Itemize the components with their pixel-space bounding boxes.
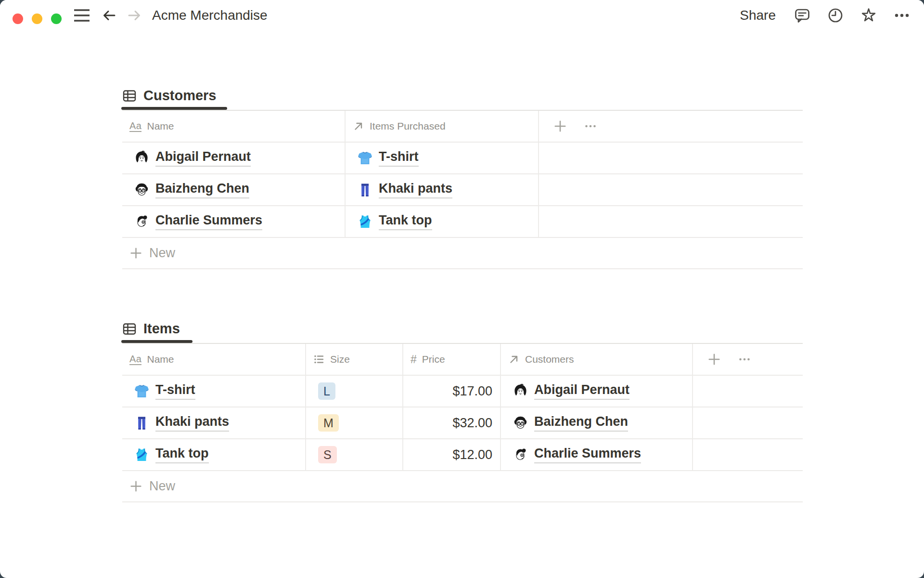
column-header-label: Price (422, 354, 445, 365)
empty-cell[interactable] (693, 376, 803, 407)
page-link[interactable]: Baizheng Chen (155, 181, 249, 198)
table-row: T-shirt L $17.00 Abigail Pernaut (122, 376, 803, 407)
relation-link[interactable]: Charlie Summers (534, 446, 641, 463)
favorite-star-icon[interactable] (860, 7, 877, 24)
relation-link[interactable]: T-shirt (379, 149, 419, 167)
empty-cell[interactable] (539, 174, 803, 205)
zoom-button[interactable] (51, 13, 62, 24)
size-cell[interactable]: L (306, 376, 403, 407)
add-column-plus-icon[interactable] (553, 119, 567, 133)
price-cell[interactable]: $32.00 (403, 407, 501, 438)
table-options-dots-icon[interactable] (738, 353, 751, 366)
items-view-tabs: Items (122, 312, 803, 343)
table-options-dots-icon[interactable] (584, 120, 597, 132)
tshirt-icon (358, 151, 372, 166)
customer-name-cell[interactable]: Charlie Summers (122, 206, 346, 237)
tab-customers-table-view[interactable]: Customers (122, 88, 217, 104)
window-controls (13, 13, 62, 24)
size-select-chip[interactable]: L (318, 382, 335, 400)
table-view-icon (122, 89, 137, 103)
column-header-name[interactable]: Aa Name (122, 344, 306, 375)
text-property-icon: Aa (129, 121, 141, 132)
customer-name-cell[interactable]: Baizheng Chen (122, 174, 346, 205)
column-header-size[interactable]: Size (306, 344, 403, 375)
empty-cell[interactable] (693, 439, 803, 470)
share-button[interactable]: Share (740, 8, 778, 23)
tab-items-table-view[interactable]: Items (122, 321, 180, 337)
view-tab-label: Customers (143, 88, 217, 104)
price-cell[interactable]: $17.00 (403, 376, 501, 407)
new-row-button[interactable]: New (122, 471, 803, 502)
charlie-avatar-icon (513, 447, 528, 462)
customer-relation-cell[interactable]: Baizheng Chen (501, 407, 693, 438)
customers-table: Aa Name Items Purchased Abigail Pernaut (122, 110, 803, 269)
size-select-chip[interactable]: S (318, 446, 337, 463)
empty-cell[interactable] (539, 206, 803, 237)
items-database: Items Aa Name Size # Price (122, 312, 803, 502)
updates-clock-icon[interactable] (827, 7, 844, 24)
tshirt-icon (134, 384, 149, 399)
item-name-cell[interactable]: T-shirt (122, 376, 306, 407)
plus-icon (129, 247, 142, 260)
title-bar: Acme Merchandise Share (0, 0, 924, 31)
item-name-cell[interactable]: Tank top (122, 439, 306, 470)
empty-cell[interactable] (539, 143, 803, 173)
items-purchased-cell[interactable]: T-shirt (346, 143, 539, 173)
new-row-label: New (149, 246, 175, 261)
abigail-avatar-icon (134, 151, 149, 166)
table-row: Charlie Summers Tank top (122, 206, 803, 238)
add-column-plus-icon[interactable] (707, 353, 721, 366)
column-header-label: Name (147, 120, 174, 132)
page-link[interactable]: Tank top (155, 446, 209, 463)
size-cell[interactable]: S (306, 439, 403, 470)
items-header-tools (693, 344, 803, 375)
relation-link[interactable]: Khaki pants (379, 181, 452, 198)
view-tab-label: Items (143, 321, 180, 337)
customer-relation-cell[interactable]: Charlie Summers (501, 439, 693, 470)
sidebar-menu-icon[interactable] (73, 7, 90, 24)
column-header-label: Size (330, 354, 350, 365)
empty-cell[interactable] (693, 407, 803, 438)
column-header-name[interactable]: Aa Name (122, 111, 346, 142)
column-header-label: Items Purchased (370, 120, 446, 132)
customer-relation-cell[interactable]: Abigail Pernaut (501, 376, 693, 407)
price-cell[interactable]: $12.00 (403, 439, 501, 470)
size-cell[interactable]: M (306, 407, 403, 438)
page-link[interactable]: Abigail Pernaut (155, 149, 251, 167)
new-row-label: New (149, 479, 175, 494)
back-arrow-icon[interactable] (102, 8, 117, 23)
relation-link[interactable]: Baizheng Chen (534, 414, 628, 432)
new-row-button[interactable]: New (122, 238, 803, 269)
page-link[interactable]: T-shirt (155, 382, 195, 400)
comments-icon[interactable] (794, 7, 811, 24)
customers-view-tabs: Customers (122, 79, 803, 110)
titlebar-actions: Share (740, 0, 911, 31)
relation-link[interactable]: Tank top (379, 213, 432, 230)
more-options-icon[interactable] (893, 7, 911, 24)
customers-header-row: Aa Name Items Purchased (122, 111, 803, 143)
close-button[interactable] (13, 13, 23, 24)
customers-database: Customers Aa Name Items Purchased (122, 79, 803, 269)
relation-property-icon (508, 354, 520, 365)
customer-name-cell[interactable]: Abigail Pernaut (122, 143, 346, 173)
items-purchased-cell[interactable]: Tank top (346, 206, 539, 237)
column-header-price[interactable]: # Price (403, 344, 501, 375)
page-link[interactable]: Khaki pants (155, 414, 229, 432)
column-header-label: Customers (525, 354, 574, 365)
size-select-chip[interactable]: M (318, 414, 339, 432)
column-header-items-purchased[interactable]: Items Purchased (346, 111, 539, 142)
select-property-icon (313, 354, 325, 365)
forward-arrow-icon[interactable] (127, 8, 142, 23)
table-view-icon (122, 322, 137, 336)
page-link[interactable]: Charlie Summers (155, 213, 262, 230)
items-purchased-cell[interactable]: Khaki pants (346, 174, 539, 205)
plus-icon (129, 480, 142, 493)
item-name-cell[interactable]: Khaki pants (122, 407, 306, 438)
column-header-label: Name (147, 354, 174, 365)
tanktop-icon (358, 214, 372, 229)
column-header-customers[interactable]: Customers (501, 344, 693, 375)
minimize-button[interactable] (32, 13, 42, 24)
customers-header-tools (539, 111, 803, 142)
active-tab-underline (121, 340, 192, 343)
relation-link[interactable]: Abigail Pernaut (534, 382, 629, 400)
